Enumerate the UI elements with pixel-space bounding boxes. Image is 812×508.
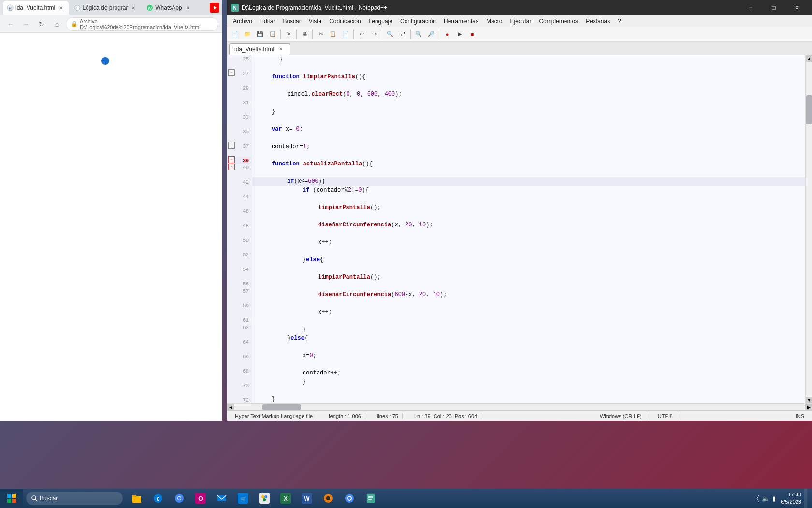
menu-pestanas[interactable]: Pestañas <box>582 15 614 27</box>
menu-codificacion[interactable]: Codificación <box>325 15 364 27</box>
taskbar-photos-btn[interactable] <box>254 489 275 508</box>
menu-macro[interactable]: Macro <box>482 15 506 27</box>
svg-rect-16 <box>132 495 136 497</box>
home-button[interactable]: ⌂ <box>50 17 64 31</box>
taskbar-edge-btn[interactable]: e <box>148 489 168 508</box>
fold-27[interactable]: – <box>228 69 235 76</box>
svg-rect-10 <box>12 494 16 498</box>
notepad-toolbar: 📄 📁 💾 📋 ✕ 🖶 ✄ 📋 📄 ↩ ↪ 🔍 ⇄ 🔍 🔎 ● ▶ ■ <box>227 27 812 42</box>
browser-tab-active[interactable]: H ida_Vuelta.html ✕ <box>3 1 69 15</box>
taskbar-blender-btn[interactable] <box>318 489 338 508</box>
code-line-61: contador++; <box>252 369 805 377</box>
save-btn[interactable]: 💾 <box>254 29 266 40</box>
network-icon[interactable]: 〈 <box>757 494 759 502</box>
back-button[interactable]: ← <box>4 17 17 31</box>
taskbar-word-btn[interactable]: W <box>297 489 317 508</box>
save-all-btn[interactable]: 📋 <box>267 29 278 40</box>
blender-icon <box>323 493 334 504</box>
taskbar-search-box[interactable]: Buscar <box>26 492 123 505</box>
browser-tab-whatsapp[interactable]: W WhatsApp ✕ <box>143 1 195 15</box>
vertical-scrollbar[interactable]: ▲ ▼ <box>805 55 812 403</box>
undo-btn[interactable]: ↩ <box>356 29 367 40</box>
menu-herramientas[interactable]: Herramientas <box>440 15 482 27</box>
menu-complementos[interactable]: Complementos <box>535 15 582 27</box>
menu-help[interactable]: ? <box>614 15 625 27</box>
menu-editar[interactable]: Editar <box>256 15 279 27</box>
code-line-43 <box>252 212 805 221</box>
horizontal-scrollbar[interactable]: ◀ ▶ <box>227 403 812 410</box>
toolbar-sep-3 <box>312 30 313 39</box>
code-line-46: x++; <box>252 238 805 247</box>
taskbar-excel-btn[interactable]: X <box>276 489 296 508</box>
minimize-button[interactable]: − <box>740 0 762 15</box>
find-btn[interactable]: 🔍 <box>384 29 396 40</box>
reload-button[interactable]: ↻ <box>35 17 48 31</box>
menu-lenguaje[interactable]: Lenguaje <box>365 15 396 27</box>
show-desktop-btn[interactable] <box>804 489 807 508</box>
code-lines-container[interactable]: } function limpiarPantalla(){ pincel.cle… <box>252 55 805 403</box>
taskbar-fileexplorer-btn[interactable] <box>127 489 147 508</box>
new-file-btn[interactable]: 📄 <box>229 29 241 40</box>
taskbar-chrome-btn[interactable] <box>169 489 189 508</box>
fold-37[interactable]: – <box>228 142 235 149</box>
stop-macro-btn[interactable]: ■ <box>466 29 478 40</box>
taskbar-store-btn[interactable]: 🛒 <box>233 489 253 508</box>
forward-button[interactable]: → <box>19 17 33 31</box>
maximize-button[interactable]: □ <box>763 0 785 15</box>
record-btn[interactable]: ● <box>441 29 453 40</box>
menu-buscar[interactable]: Buscar <box>279 15 304 27</box>
copy-btn[interactable]: 📋 <box>327 29 339 40</box>
svg-text:O: O <box>198 495 203 502</box>
zoom-in-btn[interactable]: 🔍 <box>413 29 424 40</box>
taskbar-right: 〈 🔈 ▮ 17:33 6/5/2023 <box>755 489 812 508</box>
cut-btn[interactable]: ✄ <box>315 29 326 40</box>
playback-btn[interactable]: ▶ <box>454 29 465 40</box>
svg-text:🛒: 🛒 <box>240 496 246 502</box>
menu-vista[interactable]: Vista <box>305 15 325 27</box>
tab-close-whatsapp[interactable]: ✕ <box>184 4 192 12</box>
menu-ejecutar[interactable]: Ejecutar <box>506 15 535 27</box>
taskbar-browser2-btn[interactable] <box>339 489 360 508</box>
blue-dot <box>102 57 109 65</box>
svg-point-30 <box>263 498 266 501</box>
start-button[interactable] <box>0 489 23 508</box>
taskbar-notepad-btn[interactable] <box>361 489 381 508</box>
taskbar-magenta-btn[interactable]: O <box>190 489 211 508</box>
battery-icon[interactable]: ▮ <box>772 495 776 502</box>
menu-archivo[interactable]: Archivo <box>229 15 256 27</box>
replace-btn[interactable]: ⇄ <box>397 29 408 40</box>
tab-label: ida_Vuelta.html <box>15 4 55 11</box>
redo-btn[interactable]: ↪ <box>368 29 380 40</box>
menu-configuracion[interactable]: Configuración <box>396 15 440 27</box>
taskbar-mail-btn[interactable] <box>212 489 232 508</box>
notepad-title-controls: − □ ✕ <box>740 0 808 15</box>
sound-icon[interactable]: 🔈 <box>762 495 769 502</box>
notepad-app-icon: N <box>231 4 239 12</box>
zoom-out-btn[interactable]: 🔎 <box>425 29 437 40</box>
browser-content <box>0 33 222 421</box>
fold-39[interactable]: – <box>228 156 235 163</box>
windows-logo-icon <box>7 493 16 503</box>
tab-close-logic[interactable]: ✕ <box>130 4 137 12</box>
open-btn[interactable]: 📁 <box>242 29 253 40</box>
fold-40[interactable]: – <box>228 164 235 170</box>
code-line-37: function actualizaPantalla(){ <box>252 160 805 168</box>
address-text: Archivo D:/Logica%20de%20Programacion/id… <box>80 18 213 30</box>
taskbar-clock[interactable]: 17:33 6/5/2023 <box>781 491 801 506</box>
close-button[interactable]: ✕ <box>786 0 808 15</box>
browser-tab-logic[interactable]: L Lógica de programa... ✕ <box>71 1 141 15</box>
svg-text:N: N <box>233 5 236 11</box>
file-tab-active[interactable]: ida_Vuelta.html ✕ <box>229 43 290 55</box>
word-icon: W <box>302 493 312 504</box>
tab-close-btn[interactable]: ✕ <box>57 4 65 12</box>
code-line-30 <box>252 99 805 107</box>
close-btn[interactable]: ✕ <box>283 29 294 40</box>
address-bar[interactable]: 🔒 Archivo D:/Logica%20de%20Programacion/… <box>66 17 218 31</box>
print-btn[interactable]: 🖶 <box>299 29 310 40</box>
svg-point-36 <box>326 496 330 500</box>
svg-point-28 <box>261 495 264 498</box>
whatsapp-favicon: W <box>146 4 153 11</box>
file-tab-close[interactable]: ✕ <box>277 45 285 53</box>
status-position: Ln : 39 Col : 20 Pos : 604 <box>410 413 481 419</box>
paste-btn[interactable]: 📄 <box>340 29 351 40</box>
